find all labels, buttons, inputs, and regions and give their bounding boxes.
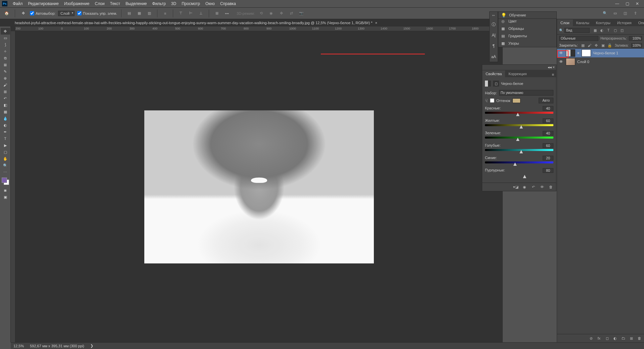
panel-menu-icon[interactable]: ≡ bbox=[550, 72, 556, 77]
search-button[interactable]: 🔍 bbox=[602, 10, 608, 17]
foreground-color[interactable] bbox=[2, 178, 7, 183]
menu-окно[interactable]: Окно bbox=[203, 0, 217, 7]
color-swatch[interactable] bbox=[2, 178, 9, 185]
crop-tool[interactable]: ⧉ bbox=[1, 55, 10, 61]
layer-name[interactable]: Слой 0 bbox=[577, 60, 589, 64]
filter-adjust-icon[interactable]: ◐ bbox=[599, 28, 604, 33]
blend-mode-select[interactable]: Обычные bbox=[559, 36, 598, 41]
panel-item-узоры[interactable]: ▩Узоры bbox=[498, 40, 556, 47]
toggle-visibility-icon[interactable]: 👁 bbox=[539, 184, 545, 190]
brush-tool[interactable]: 🖌 bbox=[1, 82, 10, 88]
edit-toolbar[interactable]: ⋯ bbox=[1, 169, 10, 176]
new-group-icon[interactable]: 🗀 bbox=[621, 336, 626, 341]
slider-value[interactable]: 60 bbox=[543, 118, 553, 123]
align-left-icon[interactable]: ▤ bbox=[126, 10, 133, 17]
tint-color-swatch[interactable] bbox=[512, 98, 521, 103]
character-panel-icon[interactable]: A| bbox=[491, 32, 497, 38]
reset-icon[interactable]: ↶ bbox=[531, 184, 536, 190]
menu-справка[interactable]: Справка bbox=[217, 0, 239, 7]
show-transform-checkbox[interactable]: Показать упр. элем. bbox=[77, 11, 117, 15]
path-select-tool[interactable]: ▶ bbox=[1, 142, 10, 149]
menu-просмотр[interactable]: Просмотр bbox=[179, 0, 203, 7]
screen-mode-tool[interactable]: ▣ bbox=[1, 194, 10, 200]
filter-shape-icon[interactable]: ▢ bbox=[612, 28, 618, 33]
fill-input[interactable]: 100% bbox=[631, 43, 642, 48]
slider-value[interactable]: 40 bbox=[543, 106, 553, 111]
learn-panel-tab[interactable]: 💡 Обучение bbox=[498, 11, 557, 19]
distribute-icon[interactable]: ≡ bbox=[161, 10, 169, 17]
info-panel-icon[interactable]: ⓘ bbox=[491, 21, 497, 28]
collapse-props-icon[interactable]: ◂◂ bbox=[548, 65, 552, 69]
autoselect-checkbox[interactable]: Автовыбор: bbox=[30, 11, 55, 15]
menu-изображение[interactable]: Изображение bbox=[61, 0, 92, 7]
menu-слои[interactable]: Слои bbox=[92, 0, 107, 7]
dodge-tool[interactable]: ◐ bbox=[1, 122, 10, 129]
canvas[interactable] bbox=[15, 31, 503, 342]
quick-mask-tool[interactable]: ◙ bbox=[1, 187, 10, 194]
status-expand-icon[interactable]: ❯ bbox=[90, 344, 93, 348]
tab-операции[interactable]: Операции bbox=[635, 19, 644, 26]
eyedropper-tool[interactable]: ✎ bbox=[1, 68, 10, 75]
layer-filter-select[interactable]: Вид bbox=[564, 28, 590, 33]
move-tool[interactable]: ✥ bbox=[1, 28, 10, 35]
new-layer-icon[interactable]: ⊞ bbox=[629, 336, 634, 341]
filter-smart-icon[interactable]: ◫ bbox=[619, 28, 625, 33]
type-tool[interactable]: T bbox=[1, 135, 10, 142]
filter-type-icon[interactable]: T bbox=[606, 28, 611, 33]
layer-row[interactable]: 👁Слой 0 bbox=[557, 57, 644, 66]
align-right-icon[interactable]: ▥ bbox=[146, 10, 153, 17]
expand-icon[interactable]: ▸▸ bbox=[492, 14, 495, 17]
shape-tool[interactable]: ▢ bbox=[1, 149, 10, 155]
more-options-icon[interactable]: ••• bbox=[223, 10, 231, 17]
lock-artboard-icon[interactable]: ▣ bbox=[601, 43, 605, 48]
slider-value[interactable]: 20 bbox=[543, 156, 553, 160]
blur-tool[interactable]: 💧 bbox=[1, 115, 10, 122]
align-middle-icon[interactable]: ⊢ bbox=[187, 10, 195, 17]
healing-tool[interactable]: ⊕ bbox=[1, 75, 10, 82]
slider-value[interactable]: 40 bbox=[543, 131, 553, 136]
close-tab-icon[interactable]: × bbox=[375, 21, 377, 25]
magic-wand-tool[interactable]: ✧ bbox=[1, 48, 10, 55]
menu-редактирование[interactable]: Редактирование bbox=[26, 0, 61, 7]
tab-каналы[interactable]: Каналы bbox=[573, 19, 593, 26]
eraser-tool[interactable]: ◧ bbox=[1, 102, 10, 108]
workspace-button[interactable]: ▭ bbox=[612, 10, 618, 17]
tab-история[interactable]: История bbox=[614, 19, 635, 26]
share-button[interactable]: ⇪ bbox=[632, 10, 639, 17]
slider-value[interactable]: 60 bbox=[543, 143, 553, 148]
opacity-input[interactable]: 100% bbox=[629, 36, 642, 41]
slider-Пурпурные[interactable]: Пурпурные:80 bbox=[485, 168, 553, 177]
filter-pixel-icon[interactable]: ▦ bbox=[592, 28, 598, 33]
history-brush-tool[interactable]: ↶ bbox=[1, 95, 10, 102]
slider-Голубые[interactable]: Голубые:60 bbox=[485, 143, 553, 152]
menu-фильтр[interactable]: Фильтр bbox=[150, 0, 168, 7]
document-tab[interactable]: headshot-joyful-attractive-redhead-femal… bbox=[11, 20, 381, 26]
pen-tool[interactable]: ✒ bbox=[1, 129, 10, 135]
slider-Синие[interactable]: Синие:20 bbox=[485, 156, 553, 165]
visibility-toggle-icon[interactable]: 👁 bbox=[558, 59, 564, 64]
close-props-icon[interactable]: × bbox=[553, 65, 555, 69]
lock-position-icon[interactable]: ✥ bbox=[594, 43, 599, 48]
tab-properties[interactable]: Свойства bbox=[482, 70, 505, 77]
lock-paint-icon[interactable]: 🖌 bbox=[587, 43, 592, 48]
align-center-h-icon[interactable]: ▦ bbox=[136, 10, 143, 17]
layer-mask-icon[interactable]: ◻ bbox=[604, 336, 610, 341]
targeted-adjust-icon[interactable]: ☟ bbox=[485, 98, 488, 103]
autoselect-target-select[interactable]: Слой bbox=[58, 11, 75, 16]
slider-Желтые[interactable]: Желтые:60 bbox=[485, 118, 553, 128]
preset-select[interactable]: По умолчанию bbox=[499, 90, 553, 96]
tab-слои[interactable]: Слои bbox=[557, 19, 573, 26]
zoom-level[interactable]: 12,5% bbox=[13, 344, 24, 348]
zoom-tool[interactable]: 🔍 bbox=[1, 162, 10, 169]
menu-файл[interactable]: Файл bbox=[10, 0, 26, 7]
delete-layer-icon[interactable]: 🗑 bbox=[637, 336, 642, 341]
link-layers-icon[interactable]: ⊘ bbox=[588, 336, 594, 341]
hand-tool[interactable]: ✋ bbox=[1, 155, 10, 162]
paragraph-panel-icon[interactable]: ¶ bbox=[491, 43, 497, 49]
align-top-icon[interactable]: ⊤ bbox=[177, 10, 185, 17]
slider-Зеленые[interactable]: Зеленые:40 bbox=[485, 131, 553, 140]
align-bottom-icon[interactable]: ⊥ bbox=[197, 10, 205, 17]
panel-item-градиенты[interactable]: ▤Градиенты bbox=[498, 32, 556, 40]
auto-button[interactable]: Авто bbox=[539, 98, 553, 103]
tab-контуры[interactable]: Контуры bbox=[593, 19, 614, 26]
